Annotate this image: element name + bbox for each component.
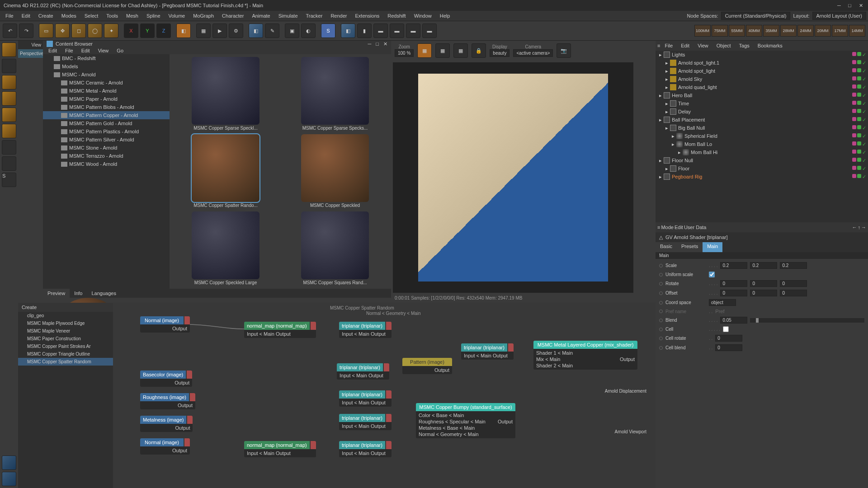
- tree-item[interactable]: MSMC Pattern Silver - Arnold: [43, 136, 170, 144]
- menu-select[interactable]: Select: [81, 12, 102, 19]
- object-row[interactable]: ▸Pegboard Rig✓: [656, 173, 868, 181]
- visibility-dot[interactable]: [852, 166, 856, 170]
- texture-mode-button[interactable]: [2, 59, 16, 73]
- object-row[interactable]: ▸Big Ball Null✓: [656, 124, 868, 132]
- node-normal-1[interactable]: Normal (image)Output: [140, 316, 190, 333]
- display-select[interactable]: beauty: [490, 49, 509, 57]
- menu-mograph[interactable]: MoGraph: [189, 12, 217, 19]
- tab-basic[interactable]: Basic: [656, 242, 677, 252]
- menu-simulate[interactable]: Simulate: [275, 12, 302, 19]
- render-grid-button[interactable]: ▦: [435, 43, 450, 58]
- render-viewport[interactable]: [393, 62, 633, 293]
- om-tags[interactable]: Tags: [736, 42, 753, 49]
- menu-mesh[interactable]: Mesh: [123, 12, 142, 19]
- material-thumbnail[interactable]: MSMC Copper Sparse Specks...: [282, 57, 388, 131]
- node-triplanar-1[interactable]: triplanar (triplanar)Input < Main Output: [339, 322, 392, 338]
- expand-icon[interactable]: ▸: [678, 150, 681, 155]
- material-thumbnail[interactable]: MSMC Copper Sparse Speckl...: [172, 57, 279, 131]
- object-row[interactable]: ▸Lights✓: [656, 51, 868, 59]
- visibility-dot[interactable]: [852, 68, 856, 72]
- tweak-mode-button[interactable]: [2, 156, 16, 171]
- render-dot[interactable]: [857, 150, 861, 154]
- checkmark-icon[interactable]: ✓: [862, 158, 866, 164]
- render-channel-button[interactable]: ▦: [417, 43, 432, 58]
- render-dot[interactable]: [857, 60, 861, 64]
- render-dot[interactable]: [857, 109, 861, 113]
- menu-tracker[interactable]: Tracker: [302, 12, 326, 19]
- minimize-icon[interactable]: ─: [837, 3, 843, 8]
- expand-icon[interactable]: ▸: [665, 166, 668, 172]
- blend-slider[interactable]: [750, 318, 864, 323]
- material-list-item[interactable]: MSMC Copper Paint Strokes Ar: [18, 343, 113, 350]
- node-pattern[interactable]: Pattern (image)Output: [402, 358, 452, 374]
- scale-x-input[interactable]: [720, 262, 747, 269]
- checkmark-icon[interactable]: ✓: [862, 60, 866, 66]
- menu-extensions[interactable]: Extensions: [351, 12, 383, 19]
- material-list-item[interactable]: MSMC Copper Spatter Random: [18, 358, 113, 366]
- layout-select[interactable]: Arnold Layout (User): [812, 12, 867, 20]
- om-edit[interactable]: Edit: [677, 42, 693, 49]
- object-row[interactable]: ▸Mom Ball Hi✓: [656, 148, 868, 156]
- material-thumbnail[interactable]: MSMC Copper Speckled: [282, 134, 388, 209]
- node-triplanar-4[interactable]: triplanar (triplanar)Input < Main Output: [339, 390, 392, 407]
- select-tool[interactable]: ▭: [39, 23, 53, 38]
- lens-17[interactable]: 17MM: [832, 25, 848, 37]
- visibility-dot[interactable]: [852, 125, 856, 129]
- coord-select[interactable]: [709, 299, 736, 306]
- snap-mode-button[interactable]: S: [2, 173, 16, 187]
- menu-render[interactable]: Render: [327, 12, 350, 19]
- om-view[interactable]: View: [694, 42, 712, 49]
- maximize-icon[interactable]: □: [848, 3, 854, 8]
- tree-item[interactable]: MSMC Metal - Arnold: [43, 87, 170, 95]
- menu-edit[interactable]: Edit: [18, 12, 34, 19]
- model-mode-button[interactable]: [2, 42, 16, 57]
- cb-close-icon[interactable]: ✕: [383, 41, 387, 47]
- cellblend-input[interactable]: [715, 344, 742, 351]
- cb-menu-file[interactable]: File: [61, 47, 77, 54]
- checkmark-icon[interactable]: ✓: [862, 76, 866, 82]
- object-row[interactable]: ▸Ball Placement✓: [656, 116, 868, 124]
- scale-z-input[interactable]: [780, 262, 807, 269]
- node-triplanar-6[interactable]: triplanar (triplanar)Input < Main Output: [339, 441, 392, 457]
- object-row[interactable]: ▸Arnold spot_light✓: [656, 67, 868, 75]
- expand-icon[interactable]: ▸: [659, 158, 662, 164]
- checkmark-icon[interactable]: ✓: [862, 174, 866, 180]
- visibility-dot[interactable]: [852, 84, 856, 89]
- object-row[interactable]: ▸Arnold Sky✓: [656, 75, 868, 83]
- redo-button[interactable]: ↷: [19, 23, 33, 38]
- visibility-dot[interactable]: [852, 60, 856, 64]
- cb-minimize-icon[interactable]: ─: [368, 41, 372, 47]
- rotate-tool[interactable]: ◯: [88, 23, 102, 38]
- menu-tools[interactable]: Tools: [103, 12, 122, 19]
- cb-menu-view[interactable]: View: [94, 47, 113, 54]
- render-dot[interactable]: [857, 101, 861, 105]
- cb-menu-edit1[interactable]: Edit: [45, 47, 61, 54]
- material-list-item[interactable]: MSMC Copper Triangle Outline: [18, 350, 113, 358]
- expand-icon[interactable]: ▸: [665, 84, 668, 90]
- visibility-dot[interactable]: [852, 117, 856, 121]
- node-normal-map-2[interactable]: normal_map (normal_map)Input < Main Outp…: [244, 441, 316, 457]
- tree-item[interactable]: MSMC Terrazzo - Arnold: [43, 152, 170, 160]
- visibility-dot[interactable]: [852, 141, 856, 145]
- view-menu[interactable]: View: [18, 41, 43, 49]
- expand-icon[interactable]: ▸: [665, 109, 668, 115]
- checkmark-icon[interactable]: ✓: [862, 125, 866, 131]
- scale-y-input[interactable]: [750, 262, 777, 269]
- expand-icon[interactable]: ▸: [665, 101, 668, 107]
- nav-back-icon[interactable]: ←: [852, 225, 857, 230]
- om-bookmarks[interactable]: Bookmarks: [754, 42, 786, 49]
- render-dot[interactable]: [857, 141, 861, 145]
- uniform-checkbox[interactable]: [709, 272, 715, 277]
- nav-up-icon[interactable]: ↑: [858, 225, 861, 230]
- move-tool[interactable]: ✥: [55, 23, 70, 38]
- menu-character[interactable]: Character: [218, 12, 247, 19]
- scale-tool[interactable]: ◻: [71, 23, 86, 38]
- zoom-select[interactable]: 100 %: [395, 49, 414, 57]
- arnold-sky-button[interactable]: ▬: [390, 23, 404, 38]
- nav-fwd-icon[interactable]: →: [861, 225, 866, 230]
- tab-info[interactable]: Info: [70, 289, 87, 298]
- menu-window[interactable]: Window: [410, 12, 435, 19]
- node-triplanar-5[interactable]: triplanar (triplanar)Input < Main Output: [339, 414, 392, 430]
- undo-button[interactable]: ↶: [3, 23, 17, 38]
- render-button[interactable]: ▶: [212, 23, 227, 38]
